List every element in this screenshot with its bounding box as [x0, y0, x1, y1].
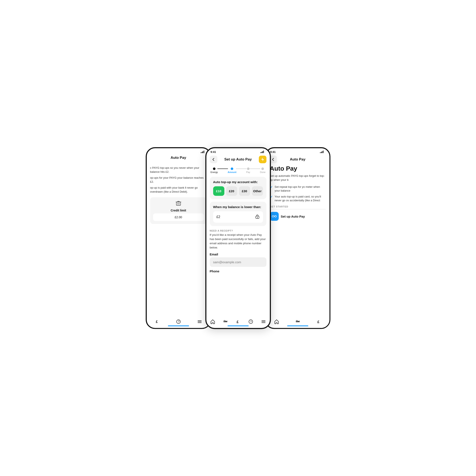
phone-section: Phone [210, 269, 266, 274]
amount-btn-10[interactable]: £10 [213, 186, 224, 196]
center-bottom-nav: £ ? [206, 316, 270, 328]
setup-autopay-button[interactable]: Set up Auto Pay [270, 212, 326, 221]
svg-point-29 [297, 321, 298, 322]
right-phone-content: Auto Pay Set up automatic PAYG top-ups f… [266, 165, 329, 316]
center-nav-activity[interactable] [221, 318, 230, 325]
left-phone: 9:41 Auto Pay c PAYG top-ups so yo [146, 147, 211, 329]
setup-btn-label: Set up Auto Pay [281, 215, 305, 218]
step-dot-amount [231, 168, 233, 170]
balance-field: £2 [213, 211, 263, 223]
svg-point-18 [225, 321, 226, 322]
trash-icon[interactable] [175, 200, 181, 207]
center-nav-question[interactable]: ? [246, 318, 255, 325]
left-text-2: op-ups for your PAYG your balance reache… [150, 176, 207, 184]
left-bottom-nav: £ ? [147, 316, 210, 328]
left-phone-content: c PAYG top-ups so you never when your ba… [147, 162, 210, 316]
right-nav-header: Auto Pay [266, 154, 329, 165]
left-nav-menu[interactable] [195, 318, 204, 325]
center-nav-pound[interactable]: £ [234, 318, 243, 325]
step-dot-pay [247, 168, 250, 170]
step-label-pay: Pay [246, 171, 250, 173]
svg-text:?: ? [178, 320, 180, 323]
svg-point-28 [296, 321, 297, 322]
step-label-energy: Energy [211, 171, 218, 173]
left-status-icons [201, 150, 206, 153]
step-amount: Amount [228, 168, 237, 173]
balance-card-title: When my balance is lower than: [213, 205, 263, 209]
right-status-icons [320, 150, 325, 153]
center-nav-menu[interactable] [259, 318, 268, 325]
center-status-time: 9:41 [211, 150, 216, 153]
check-item-1: ✓ Set repeat top-ups for yo meter when y… [270, 185, 326, 193]
left-nav-title: Auto Pay [171, 156, 186, 160]
right-status-time: 9:41 [270, 150, 276, 153]
step-energy: Energy [211, 168, 218, 173]
amount-btn-30[interactable]: £30 [239, 186, 250, 196]
svg-point-17 [224, 321, 224, 322]
center-nav-header: Set up Auto Pay [206, 154, 270, 165]
step-line-3 [250, 169, 260, 169]
credit-limit-label: Credit limit [153, 209, 204, 212]
email-label: Email [210, 253, 266, 256]
center-nav-home[interactable] [208, 318, 217, 325]
check-item-2: ✓ Your auto top-up is paid card, so you'… [270, 195, 326, 202]
topup-card: Auto top-up my account with: £10 £20 £30… [210, 177, 266, 199]
center-action-button[interactable] [259, 156, 266, 163]
credit-amount: £2.00 [153, 213, 204, 221]
lock-icon [255, 214, 260, 220]
amount-options: £10 £20 £30 Other [213, 186, 263, 196]
center-phone: 9:41 Set up Auto Pay [205, 147, 271, 329]
step-pay: Pay [246, 168, 250, 173]
center-stepper: Energy Amount Pay Done [206, 165, 270, 175]
center-signal-icon [260, 151, 264, 153]
svg-rect-2 [176, 202, 181, 205]
right-bottom-nav: £ [266, 316, 329, 328]
svg-text:£: £ [237, 320, 239, 324]
svg-point-30 [299, 321, 299, 322]
get-started-label: GET STARTED [270, 205, 326, 208]
autopay-title: Auto Pay [270, 165, 326, 172]
signal-bars-icon [201, 151, 204, 153]
right-phone: 9:41 Auto Pay Auto Pay [265, 147, 330, 329]
right-status-bar: 9:41 [266, 148, 329, 154]
receipt-label: NEED A RECEIPT? [210, 229, 266, 232]
step-label-amount: Amount [228, 171, 237, 173]
receipt-text: If you'd like a receipt when your Auto P… [210, 233, 266, 250]
left-nav-header: Auto Pay [147, 154, 210, 162]
left-nav-pound[interactable]: £ [153, 318, 162, 325]
right-nav-pound[interactable]: £ [314, 318, 323, 325]
center-status-icons [260, 150, 266, 153]
step-dot-done [261, 168, 264, 170]
center-back-button[interactable] [210, 156, 217, 163]
step-done: Done [260, 168, 265, 173]
autopay-description: Set up automatic PAYG top-ups forget to … [270, 174, 326, 182]
center-status-bar: 9:41 [206, 148, 270, 154]
get-started-divider [270, 209, 326, 209]
step-label-done: Done [260, 171, 265, 173]
check-text-1: Set repeat top-ups for yo meter when you… [275, 185, 326, 193]
step-line-2 [236, 169, 247, 169]
right-nav-home[interactable] [272, 318, 281, 325]
topup-card-title: Auto top-up my account with: [213, 180, 263, 184]
email-input[interactable] [210, 257, 266, 267]
center-content: Auto top-up my account with: £10 £20 £30… [206, 175, 270, 316]
infinity-icon [270, 212, 279, 221]
step-dot-energy [213, 168, 216, 170]
svg-text:?: ? [250, 320, 252, 323]
balance-card: When my balance is lower than: £2 [210, 202, 266, 226]
right-nav-title: Auto Pay [290, 157, 306, 162]
svg-text:£: £ [156, 320, 158, 323]
center-nav-title: Set up Auto Pay [224, 157, 252, 162]
amount-btn-other[interactable]: Other [252, 186, 263, 196]
amount-btn-20[interactable]: £20 [226, 186, 237, 196]
credit-card: Credit limit £2.00 [150, 197, 207, 224]
left-status-bar: 9:41 [147, 148, 210, 154]
scene: 9:41 Auto Pay c PAYG top-ups so yo [126, 126, 350, 350]
right-signal-icon [320, 151, 323, 153]
receipt-section: NEED A RECEIPT? If you'd like a receipt … [210, 229, 266, 250]
right-nav-activity[interactable] [293, 318, 302, 325]
left-text-1: c PAYG top-ups so you never when your ba… [150, 166, 207, 174]
check-text-2: Your auto top-up is paid card, so you'll… [275, 195, 326, 202]
left-text-3: op-up is paid with your bank ll never go… [150, 186, 207, 194]
left-nav-question[interactable]: ? [174, 318, 183, 325]
